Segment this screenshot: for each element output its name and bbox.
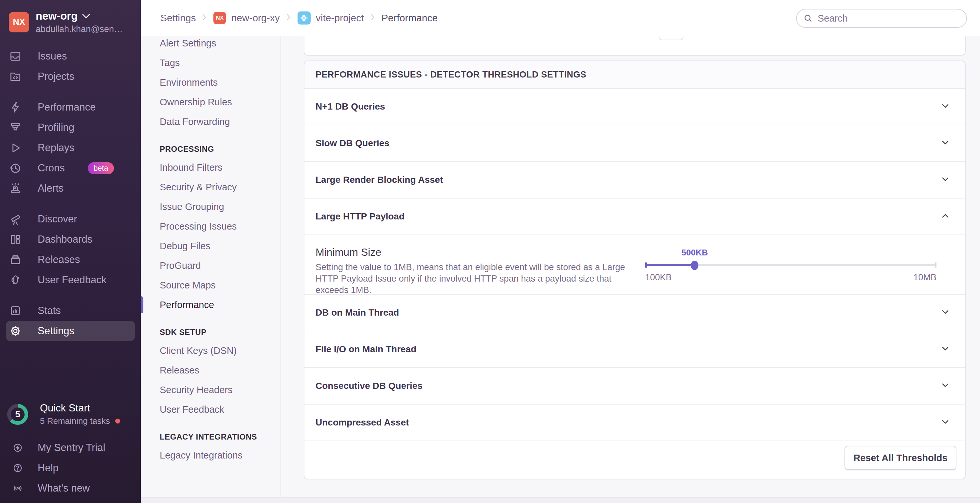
breadcrumb-settings[interactable]: Settings [161, 13, 196, 24]
issues-icon [9, 50, 22, 63]
settings-nav-header-sdk-setup: SDK SETUP [141, 325, 280, 340]
settings-gear-icon [9, 324, 22, 338]
settings-nav-user-feedback[interactable]: User Feedback [141, 400, 280, 419]
sidebar-item-replays[interactable]: Replays [0, 138, 141, 158]
breadcrumb-separator-icon [371, 13, 375, 24]
quick-start-progress-ring: 5 [7, 404, 28, 425]
settings-nav-security-headers[interactable]: Security Headers [141, 380, 280, 400]
detector-threshold-panel: PERFORMANCE ISSUES - DETECTOR THRESHOLD … [304, 60, 966, 479]
replays-icon [9, 141, 22, 154]
reset-all-thresholds-button[interactable]: Reset All Thresholds [845, 446, 956, 470]
trial-bolt-icon [12, 442, 23, 453]
settings-nav-data-forwarding[interactable]: Data Forwarding [141, 112, 280, 132]
help-icon [12, 462, 23, 474]
nav-divider [0, 198, 141, 209]
settings-nav-client-keys[interactable]: Client Keys (DSN) [141, 341, 280, 360]
chevron-down-icon [82, 14, 90, 18]
settings-nav-issue-grouping[interactable]: Issue Grouping [141, 197, 280, 216]
settings-nav-security-privacy[interactable]: Security & Privacy [141, 177, 280, 197]
breadcrumb-organization[interactable]: NX new-org-xy [213, 12, 280, 24]
accordion-row-consecutive-db-queries[interactable]: Consecutive DB Queries [304, 368, 965, 405]
slider-current-value: 500KB [681, 248, 708, 258]
crons-icon [9, 162, 22, 175]
settings-nav-inbound-filters[interactable]: Inbound Filters [141, 158, 280, 177]
sidebar-item-dashboards[interactable]: Dashboards [0, 229, 141, 249]
sidebar-item-settings[interactable]: Settings [6, 321, 135, 341]
accordion-row-large-http-payload[interactable]: Large HTTP Payload [304, 198, 965, 235]
large-http-payload-settings: Minimum Size Setting the value to 1MB, m… [304, 235, 965, 295]
topbar: Settings NX new-org-xy vite-project Perf… [141, 0, 980, 36]
org-user-email: abdullah.khan@sen… [36, 24, 123, 34]
primary-nav: Issues Projects Performance Profiling Re… [0, 46, 141, 341]
user-feedback-icon [9, 273, 22, 287]
settings-secondary-nav: Alert Settings Tags Environments Ownersh… [141, 36, 281, 503]
page-bottom-divider [141, 497, 980, 503]
sidebar-item-crons[interactable]: Crons beta [0, 158, 141, 178]
sidebar-footer-nav: My Sentry Trial Help What's new [0, 438, 141, 498]
chevron-down-icon [940, 380, 951, 392]
breadcrumb-current-page: Performance [382, 13, 438, 24]
quick-start-title: Quick Start [40, 402, 120, 414]
broadcast-icon [12, 483, 23, 494]
sidebar-item-help[interactable]: Help [0, 458, 141, 478]
settings-nav-processing-issues[interactable]: Processing Issues [141, 216, 280, 236]
search-input[interactable] [818, 13, 960, 24]
accordion-row-large-render-blocking-asset[interactable]: Large Render Blocking Asset [304, 162, 965, 198]
slider-thumb[interactable] [691, 261, 698, 270]
main-content: PERFORMANCE ISSUES - DETECTOR THRESHOLD … [281, 36, 980, 503]
sidebar-item-performance[interactable]: Performance [0, 97, 141, 117]
settings-nav-debug-files[interactable]: Debug Files [141, 236, 280, 256]
accordion-row-n1-db-queries[interactable]: N+1 DB Queries [304, 89, 965, 125]
releases-icon [9, 253, 22, 266]
quick-start-widget[interactable]: 5 Quick Start 5 Remaining tasks [7, 402, 120, 426]
org-avatar: NX [9, 12, 29, 32]
chevron-down-icon [940, 137, 951, 149]
sidebar-item-stats[interactable]: Stats [0, 301, 141, 321]
settings-nav-performance[interactable]: Performance [141, 295, 280, 315]
sidebar-item-discover[interactable]: Discover [0, 209, 141, 229]
stats-icon [9, 304, 22, 317]
breadcrumb-project[interactable]: vite-project [298, 11, 364, 25]
projects-icon [9, 70, 22, 83]
accordion-row-uncompressed-asset[interactable]: Uncompressed Asset [304, 405, 965, 441]
sidebar-item-issues[interactable]: Issues [0, 46, 141, 67]
settings-nav-source-maps[interactable]: Source Maps [141, 275, 280, 295]
org-badge: NX [213, 12, 226, 24]
breadcrumb-separator-icon [202, 13, 207, 24]
sidebar-item-my-sentry-trial[interactable]: My Sentry Trial [0, 438, 141, 458]
chevron-down-icon [940, 101, 951, 113]
collapsed-panel-handle[interactable] [659, 36, 683, 40]
settings-nav-header-processing: PROCESSING [141, 142, 280, 156]
nav-divider [0, 87, 141, 97]
settings-nav-proguard[interactable]: ProGuard [141, 256, 280, 275]
sidebar-item-alerts[interactable]: Alerts [0, 178, 141, 198]
performance-icon [9, 101, 22, 114]
panel-footer: Reset All Thresholds [304, 441, 965, 479]
accordion-row-file-io-on-main-thread[interactable]: File I/O on Main Thread [304, 331, 965, 368]
settings-nav-header-legacy-integrations: LEGACY INTEGRATIONS [141, 430, 280, 444]
sidebar-item-profiling[interactable]: Profiling [0, 117, 141, 138]
global-search[interactable] [796, 9, 967, 28]
profiling-icon [9, 121, 22, 134]
settings-nav-environments[interactable]: Environments [141, 73, 280, 92]
settings-nav-alert-settings[interactable]: Alert Settings [141, 36, 280, 53]
chevron-down-icon [940, 417, 951, 428]
sidebar-item-releases[interactable]: Releases [0, 249, 141, 270]
chevron-down-icon [940, 174, 951, 186]
panel-title: PERFORMANCE ISSUES - DETECTOR THRESHOLD … [304, 61, 965, 89]
accordion-row-db-on-main-thread[interactable]: DB on Main Thread [304, 295, 965, 331]
settings-nav-tags[interactable]: Tags [141, 53, 280, 73]
sidebar-item-projects[interactable]: Projects [0, 67, 141, 87]
breadcrumb: Settings NX new-org-xy vite-project Perf… [141, 11, 438, 25]
sidebar-item-whats-new[interactable]: What's new [0, 478, 141, 498]
settings-nav-legacy-integrations[interactable]: Legacy Integrations [141, 446, 280, 465]
org-switcher[interactable]: NX new-org abdullah.khan@sen… [0, 0, 141, 34]
slider-max-label: 10MB [913, 273, 937, 282]
minimum-size-slider[interactable]: 500KB 100KB 10MB [645, 235, 937, 295]
sidebar-item-user-feedback[interactable]: User Feedback [0, 270, 141, 290]
nav-divider [0, 290, 141, 301]
accordion-row-slow-db-queries[interactable]: Slow DB Queries [304, 125, 965, 162]
settings-nav-releases[interactable]: Releases [141, 360, 280, 380]
scrolled-panel-bottom [304, 36, 966, 56]
settings-nav-ownership-rules[interactable]: Ownership Rules [141, 92, 280, 112]
